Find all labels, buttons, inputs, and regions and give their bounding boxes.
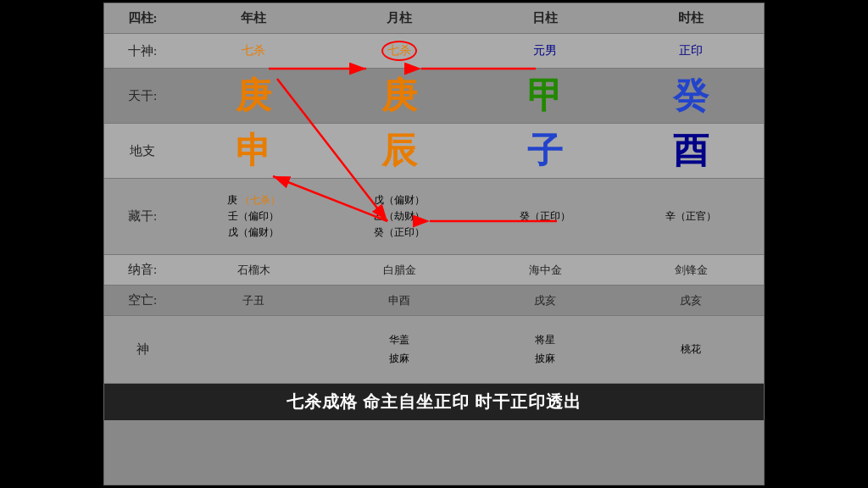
header-col0: 四柱: [104,10,181,26]
dizhi-col3: 子 [472,124,618,178]
shensha-col1 [181,316,326,383]
tiangan-col2: 庚 [326,69,472,123]
dizhi-row: 地支 申 辰 子 酉 [104,124,764,179]
kongwang-col4: 戌亥 [618,286,764,315]
shensha-label: 神 [104,316,181,383]
dizhi-col4: 酉 [618,124,764,178]
nayin-col2: 白腊金 [326,255,472,285]
canggan-col3: 癸（正印） [472,179,618,254]
tiangan-col3: 甲 [472,69,618,123]
kongwang-label: 空亡: [104,286,181,315]
table-header: 四柱: 年柱 月柱 日柱 时柱 [104,3,764,34]
shishen-col2: 七杀 [326,34,472,68]
kongwang-col1: 子丑 [181,286,326,315]
canggan-row: 藏干: 庚 （七杀） 壬（偏印） 戊（偏财） 戊（偏财） 乙（劫财） 癸（正印）… [104,179,764,255]
tiangan-row: 天干: 庚 庚 甲 癸 [104,69,764,124]
shishen-col4: 正印 [618,34,764,68]
nayin-label: 纳音: [104,255,181,285]
canggan-col1: 庚 （七杀） 壬（偏印） 戊（偏财） [181,179,326,254]
dizhi-col1: 申 [181,124,326,178]
header-col4: 时柱 [618,10,764,26]
canggan-col2: 戊（偏财） 乙（劫财） 癸（正印） [326,179,472,254]
kongwang-col3: 戌亥 [472,286,618,315]
shishen-row: 十神: 七杀 七杀 元男 正印 [104,34,764,69]
nayin-col4: 剑锋金 [618,255,764,285]
nayin-col1: 石榴木 [181,255,326,285]
nayin-row: 纳音: 石榴木 白腊金 海中金 剑锋金 [104,255,764,286]
caption-bar: 七杀成格 命主自坐正印 时干正印透出 [104,384,764,420]
dizhi-col2: 辰 [326,124,472,178]
shishen-col3: 元男 [472,34,618,68]
header-col2: 月柱 [326,10,472,26]
shishen-col1: 七杀 [181,34,326,68]
header-col1: 年柱 [181,10,326,26]
tiangan-col4: 癸 [618,69,764,123]
header-col3: 日柱 [472,10,618,26]
canggan-label: 藏干: [104,179,181,254]
shensha-col2: 华盖 披麻 [326,316,472,383]
dizhi-label: 地支 [104,124,181,178]
kongwang-col2: 申酉 [326,286,472,315]
shishen-label: 十神: [104,34,181,68]
canggan-col4: 辛（正官） [618,179,764,254]
kongwang-row: 空亡: 子丑 申酉 戌亥 戌亥 [104,286,764,316]
tiangan-label: 天干: [104,69,181,123]
shensha-col4: 桃花 [618,316,764,383]
tiangan-col1: 庚 [181,69,326,123]
shensha-row: 神 华盖 披麻 将星 披麻 桃花 [104,316,764,384]
nayin-col3: 海中金 [472,255,618,285]
shensha-col3: 将星 披麻 [472,316,618,383]
